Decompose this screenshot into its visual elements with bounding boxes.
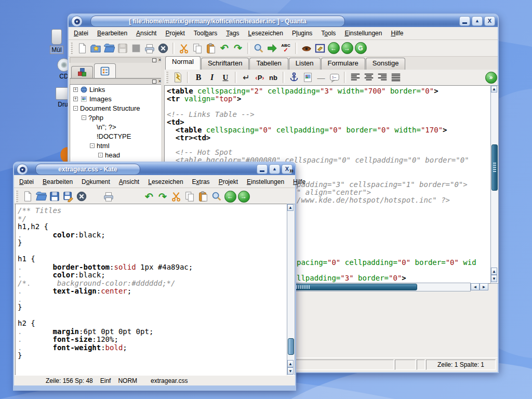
- scrollbar-thumb[interactable]: [288, 338, 294, 355]
- expand-icon[interactable]: +: [73, 97, 78, 101]
- collapse-icon[interactable]: -: [73, 106, 78, 111]
- open-folder-icon[interactable]: [34, 190, 48, 203]
- toolbar-handle[interactable]: [16, 191, 18, 202]
- window-menu-button[interactable]: ▼: [17, 164, 28, 175]
- extension-circle-icon[interactable]: »: [484, 71, 498, 84]
- menu-projekt[interactable]: Projekt: [219, 178, 238, 185]
- scroll-down-icon[interactable]: ▼: [491, 275, 497, 282]
- new-page-icon[interactable]: [75, 42, 89, 55]
- tree-item-doctype[interactable]: !DOCTYPE: [70, 131, 162, 141]
- window-menu-button[interactable]: ▼: [71, 16, 83, 27]
- tab-schriftarten[interactable]: Schriftarten: [201, 58, 249, 70]
- find-next-icon[interactable]: [265, 42, 279, 55]
- menu-projekt[interactable]: Projekt: [165, 30, 184, 37]
- find-icon[interactable]: [252, 42, 265, 55]
- dock-float-icon[interactable]: [152, 58, 156, 62]
- menu-extras[interactable]: Extras: [192, 178, 210, 185]
- tab-listen[interactable]: Listen: [289, 58, 321, 70]
- forward-circle-icon[interactable]: →: [340, 42, 354, 55]
- minimize-button[interactable]: [459, 16, 470, 26]
- tree-item-php[interactable]: -?php: [70, 113, 162, 122]
- tab-formulare[interactable]: Formulare: [321, 58, 365, 70]
- blank-disabled-icon[interactable]: [129, 42, 143, 55]
- tab-sonstige[interactable]: Sonstige: [366, 58, 406, 70]
- scroll-right-icon[interactable]: ►: [480, 283, 488, 290]
- cut-icon[interactable]: [169, 190, 183, 203]
- menu-bearbeiten[interactable]: Bearbeiten: [43, 178, 73, 185]
- vertical-scrollbar[interactable]: ▲ ▲ ▼: [490, 85, 499, 284]
- scrollbar-thumb[interactable]: [491, 144, 498, 191]
- paste-icon[interactable]: [196, 190, 210, 203]
- scroll-up-icon[interactable]: ▲: [491, 268, 497, 275]
- align-center-icon[interactable]: [362, 71, 376, 84]
- close-button[interactable]: X: [484, 16, 495, 26]
- collapse-icon[interactable]: -: [98, 153, 103, 157]
- tree-item-head[interactable]: -head: [70, 150, 162, 159]
- menu-dokument[interactable]: Dokument: [82, 178, 110, 185]
- dock-float-icon[interactable]: [152, 79, 156, 84]
- undo-icon[interactable]: ↶: [142, 190, 156, 203]
- undo-icon[interactable]: ↶: [218, 42, 231, 55]
- menu-bearbeiten[interactable]: Bearbeiten: [97, 30, 127, 37]
- forward-circle-icon[interactable]: →: [237, 190, 250, 203]
- copy-icon[interactable]: [191, 42, 204, 55]
- scroll-up-icon[interactable]: ▲: [287, 204, 294, 211]
- menu-datei[interactable]: Datei: [19, 178, 34, 185]
- scroll-up-icon[interactable]: ▲: [287, 360, 294, 367]
- desktop-icon-trash[interactable]: Mül: [45, 29, 69, 54]
- new-template-icon[interactable]: [89, 42, 102, 55]
- tree-item-html[interactable]: -html: [70, 141, 162, 150]
- maximize-button[interactable]: ▲: [269, 164, 280, 174]
- close-round-icon[interactable]: [75, 190, 88, 203]
- bold-icon[interactable]: B: [192, 71, 205, 84]
- open-folder-icon[interactable]: [102, 42, 116, 55]
- tab-tabellen[interactable]: Tabellen: [249, 58, 288, 70]
- collapse-icon[interactable]: -: [82, 115, 86, 120]
- scroll-left-icon[interactable]: ◄: [471, 283, 480, 290]
- tree-item-document-structure[interactable]: -Document Structure: [70, 103, 162, 113]
- align-right-icon[interactable]: [376, 71, 389, 84]
- panel-tab-project-cubes[interactable]: [71, 66, 93, 78]
- panel-tab-doc-structure[interactable]: [94, 63, 116, 78]
- tree-item-n[interactable]: \n"; ?>: [70, 122, 162, 131]
- save-disabled-icon[interactable]: [116, 42, 129, 55]
- menu-hilfe[interactable]: Hilfe: [391, 30, 403, 37]
- tree-item-images[interactable]: +Images: [70, 94, 162, 103]
- maximize-button[interactable]: ▲: [472, 16, 483, 26]
- tree-item-links[interactable]: +Links: [70, 85, 162, 94]
- italic-icon[interactable]: I: [205, 71, 219, 84]
- hrule-icon[interactable]: —: [314, 71, 328, 84]
- menu-einstellungen[interactable]: Einstellungen: [344, 30, 382, 37]
- print-icon[interactable]: [143, 42, 156, 55]
- redo-icon[interactable]: ↷: [231, 42, 245, 55]
- konqueror-icon[interactable]: [313, 42, 327, 55]
- align-left-icon[interactable]: [349, 71, 362, 84]
- collapse-icon[interactable]: -: [90, 143, 95, 148]
- scroll-down-icon[interactable]: ▼: [287, 367, 294, 375]
- menu-ansicht[interactable]: Ansicht: [119, 178, 139, 185]
- menu-lesezeichen[interactable]: Lesezeichen: [248, 30, 283, 37]
- new-page-icon[interactable]: [21, 190, 34, 203]
- toolbar-handle[interactable]: [166, 72, 168, 83]
- anchor-icon[interactable]: [287, 71, 301, 84]
- paragraph-icon[interactable]: ‹P›: [253, 71, 267, 84]
- close-round-icon[interactable]: [156, 42, 170, 55]
- toolbar-overflow-icon[interactable]: »: [289, 166, 294, 175]
- print-icon[interactable]: [102, 190, 115, 203]
- redo-icon[interactable]: ↷: [156, 190, 169, 203]
- toolbar-handle[interactable]: [70, 43, 73, 54]
- menu-tags[interactable]: Tags: [226, 30, 239, 37]
- menu-plugins[interactable]: Plugins: [292, 30, 312, 37]
- menu-datei[interactable]: Datei: [74, 30, 88, 37]
- line-break-icon[interactable]: ↵: [240, 71, 253, 84]
- tab-normal[interactable]: Normal: [165, 56, 201, 70]
- wizard-page-icon[interactable]: [171, 71, 184, 84]
- spellcheck-icon[interactable]: ABC✓: [279, 42, 292, 55]
- reload-circle-icon[interactable]: G: [354, 42, 367, 55]
- menu-tools[interactable]: Tools: [321, 30, 336, 37]
- save-as-icon[interactable]: [61, 190, 75, 203]
- menu-einstellungen[interactable]: Einstellungen: [247, 178, 284, 185]
- scroll-up-icon[interactable]: ▲: [491, 86, 497, 92]
- menu-lesezeichen[interactable]: Lesezeichen: [148, 178, 183, 185]
- nbsp-icon[interactable]: nb: [267, 71, 280, 84]
